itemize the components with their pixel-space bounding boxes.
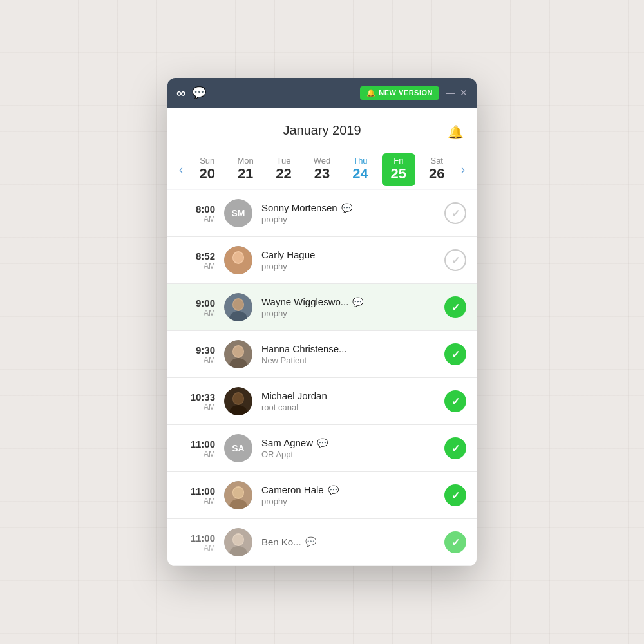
appointment-row[interactable]: 8:00 AM SM Sonny Mortensen 💬 prophy — [167, 190, 477, 237]
patient-avatar — [224, 246, 252, 274]
day-col-fri[interactable]: Fri 25 — [382, 153, 415, 186]
appointment-info: Ben Ko... 💬 — [261, 536, 438, 549]
day-number: 23 — [314, 166, 330, 182]
new-version-button[interactable]: 🔔 NEW VERSION — [360, 86, 439, 100]
day-number: 26 — [429, 166, 444, 182]
day-col-sat[interactable]: Sat 26 — [420, 153, 453, 186]
appointment-time: 11:00 AM — [178, 533, 215, 553]
title-bar: ∞ 💬 🔔 NEW VERSION — ✕ — [167, 78, 477, 108]
chat-bubble-icon: 💬 — [305, 536, 316, 547]
appointment-type: OR Appt — [261, 450, 438, 459]
check-button[interactable] — [444, 531, 466, 553]
time-ampm: AM — [178, 308, 215, 317]
logo-icon: ∞ — [176, 86, 184, 100]
day-name: Mon — [237, 156, 253, 166]
patient-name-row: Wayne Wiggleswo... 💬 — [261, 296, 438, 307]
chat-bubble-icon: 💬 — [328, 485, 339, 495]
appointment-info: Michael Jordan root canal — [261, 390, 438, 412]
patient-name-row: Michael Jordan — [261, 390, 438, 401]
check-button[interactable] — [444, 484, 466, 506]
appointment-type: root canal — [261, 402, 438, 412]
appointment-row[interactable]: 11:00 AM SA Sam Agnew 💬 OR Appt — [167, 425, 477, 472]
check-button[interactable] — [444, 296, 466, 318]
day-name: Sat — [430, 156, 443, 166]
check-button[interactable] — [444, 202, 466, 224]
appointment-row[interactable]: 8:52 AM Carly Hague prophy — [167, 237, 477, 284]
svg-point-3 — [233, 252, 243, 263]
appointment-row[interactable]: 11:00 AM Ben Ko... 💬 — [167, 519, 477, 566]
patient-avatar — [224, 340, 252, 368]
close-button[interactable]: ✕ — [460, 88, 468, 98]
day-number: 22 — [276, 166, 291, 182]
appointment-row[interactable]: 11:00 AM Cameron Hale 💬 prophy — [167, 472, 477, 519]
appointment-type: prophy — [261, 214, 438, 224]
time-ampm: AM — [178, 402, 215, 412]
day-col-sun[interactable]: Sun 20 — [191, 153, 224, 186]
window-controls: — ✕ — [446, 88, 468, 98]
appointment-row[interactable]: 10:33 AM Michael Jordan root canal — [167, 378, 477, 425]
appointment-info: Hanna Christense... New Patient — [261, 343, 438, 365]
day-col-mon[interactable]: Mon 21 — [229, 153, 262, 186]
patient-name: Carly Hague — [261, 249, 315, 260]
patient-name-row: Cameron Hale 💬 — [261, 484, 438, 495]
month-title: January 2019 — [283, 118, 361, 146]
day-number: 21 — [238, 166, 253, 182]
patient-name: Sam Agnew — [261, 437, 313, 448]
app-window: ∞ 💬 🔔 NEW VERSION — ✕ January 2019 🔔 ‹ S… — [167, 78, 477, 566]
patient-name: Cameron Hale — [261, 484, 324, 495]
patient-name-row: Sonny Mortensen 💬 — [261, 202, 438, 213]
appointment-time: 9:30 AM — [178, 345, 215, 365]
minimize-button[interactable]: — — [446, 88, 455, 98]
day-name: Wed — [314, 156, 331, 166]
day-number: 24 — [352, 166, 368, 182]
time-main: 8:00 — [178, 204, 215, 214]
day-name: Sun — [200, 156, 214, 166]
bell-small-icon: 🔔 — [366, 89, 376, 97]
next-week-button[interactable]: › — [456, 160, 470, 179]
appointment-type: New Patient — [261, 355, 438, 365]
appointment-type: prophy — [261, 497, 438, 506]
day-col-thu[interactable]: Thu 24 — [343, 153, 377, 186]
day-name: Thu — [353, 156, 367, 166]
appointment-type: prophy — [261, 261, 438, 271]
check-button[interactable] — [444, 390, 466, 412]
day-col-tue[interactable]: Tue 22 — [267, 153, 301, 186]
patient-name-row: Ben Ko... 💬 — [261, 536, 438, 547]
day-col-wed[interactable]: Wed 23 — [305, 153, 339, 186]
appointment-time: 11:00 AM — [178, 486, 215, 506]
svg-point-19 — [233, 488, 243, 498]
appointment-info: Sam Agnew 💬 OR Appt — [261, 437, 438, 459]
patient-avatar — [224, 481, 252, 509]
chat-bubble-icon: 💬 — [352, 297, 363, 307]
calendar-navigation: ‹ Sun 20 Mon 21 Tue 22 Wed 23 Thu 24 Fri… — [167, 148, 477, 189]
title-bar-left: ∞ 💬 — [176, 86, 206, 100]
notification-bell-icon[interactable]: 🔔 — [448, 124, 464, 140]
svg-point-7 — [233, 299, 243, 310]
check-button[interactable] — [444, 249, 466, 271]
new-version-label: NEW VERSION — [379, 89, 433, 97]
title-bar-right: 🔔 NEW VERSION — ✕ — [360, 86, 468, 100]
day-number: 25 — [391, 166, 406, 182]
appointments-list: 8:00 AM SM Sonny Mortensen 💬 prophy 8:52… — [167, 190, 477, 566]
day-number: 20 — [199, 166, 214, 182]
time-ampm: AM — [178, 214, 215, 223]
patient-name-row: Carly Hague — [261, 249, 438, 260]
appointment-row[interactable]: 9:30 AM Hanna Christense... New Patient — [167, 331, 477, 378]
appointment-time: 8:52 AM — [178, 251, 215, 270]
appointment-time: 8:00 AM — [178, 204, 215, 223]
check-button[interactable] — [444, 437, 466, 459]
time-ampm: AM — [178, 261, 215, 270]
patient-name: Ben Ko... — [261, 536, 301, 547]
appointment-info: Wayne Wiggleswo... 💬 prophy — [261, 296, 438, 318]
prev-week-button[interactable]: ‹ — [174, 160, 188, 179]
day-name: Fri — [393, 156, 403, 166]
check-button[interactable] — [444, 343, 466, 365]
chat-icon[interactable]: 💬 — [192, 86, 206, 100]
patient-name: Michael Jordan — [261, 390, 327, 401]
time-main: 9:00 — [178, 298, 215, 308]
days-row: Sun 20 Mon 21 Tue 22 Wed 23 Thu 24 Fri 2… — [188, 153, 456, 186]
appointment-row[interactable]: 9:00 AM Wayne Wiggleswo... 💬 prophy — [167, 284, 477, 331]
time-ampm: AM — [178, 544, 215, 553]
patient-avatar — [224, 293, 252, 321]
appointment-info: Carly Hague prophy — [261, 249, 438, 271]
